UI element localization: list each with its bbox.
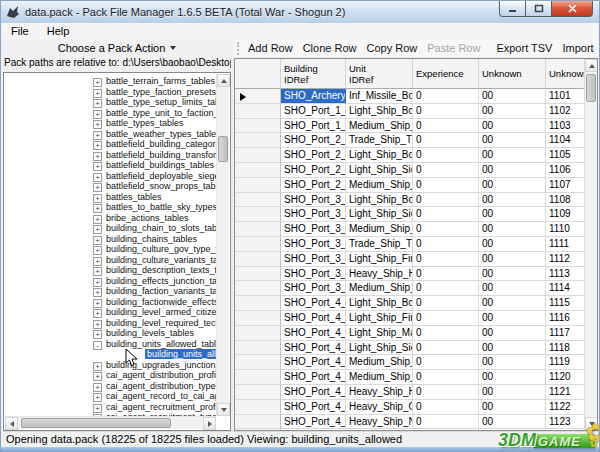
maximize-button[interactable] bbox=[526, 1, 552, 17]
expand-icon[interactable]: + bbox=[93, 393, 102, 402]
scroll-left-button[interactable] bbox=[5, 417, 18, 430]
table-cell[interactable]: 1123 bbox=[546, 415, 584, 430]
tree-item[interactable]: +building_description_texts_tables bbox=[5, 265, 216, 276]
table-row[interactable]: SHO_Port_4_Dry...Heavy_Ship_Nih...000112… bbox=[235, 415, 584, 430]
table-cell[interactable]: SHO_Port_4_Dry... bbox=[281, 385, 346, 400]
grid-scroll-up-button[interactable] bbox=[585, 59, 598, 72]
table-cell[interactable]: Light_Ship_Siege... bbox=[346, 207, 413, 222]
table-row[interactable]: SHO_Port_2_Tra...Medium_Ship_M...0001107 bbox=[235, 178, 584, 193]
table-cell[interactable]: SHO_Port_4_Dry... bbox=[281, 311, 346, 326]
table-cell[interactable]: Medium_Ship_Se... bbox=[346, 281, 413, 296]
table-cell[interactable]: SHO_Port_4_Dry... bbox=[281, 370, 346, 385]
table-cell[interactable]: 00 bbox=[479, 311, 546, 326]
table-cell[interactable]: Light_Ship_Matc... bbox=[346, 326, 413, 341]
table-cell[interactable]: 00 bbox=[479, 385, 546, 400]
table-cell[interactable]: 1115 bbox=[546, 296, 584, 311]
table-row[interactable]: SHO_Port_3_Mili...Trade_Ship_Trad...0001… bbox=[235, 237, 584, 252]
table-cell[interactable]: Medium_Ship_M... bbox=[346, 222, 413, 237]
column-header-unit-idref[interactable]: Unit IDRef bbox=[346, 59, 413, 89]
table-cell[interactable]: SHO_Port_2_Tra... bbox=[281, 133, 346, 148]
table-cell[interactable]: SHO_Port_3_Mili... bbox=[281, 267, 346, 282]
table-cell[interactable]: Inf_Missile_Bow_... bbox=[346, 89, 413, 104]
table-cell[interactable]: Medium_Ship_M... bbox=[346, 119, 413, 134]
table-cell[interactable]: 1109 bbox=[546, 207, 584, 222]
expand-icon[interactable]: + bbox=[93, 225, 102, 234]
table-cell[interactable]: 00 bbox=[479, 326, 546, 341]
table-cell[interactable]: SHO_Archery_1_ bbox=[281, 89, 346, 104]
table-cell[interactable]: 00 bbox=[479, 148, 546, 163]
tree-item[interactable]: +battle_weather_types_tables bbox=[5, 129, 216, 140]
table-cell[interactable]: 0 bbox=[413, 207, 479, 222]
row-header-cell[interactable] bbox=[235, 326, 281, 341]
table-cell[interactable]: SHO_Port_3_Mili... bbox=[281, 281, 346, 296]
table-cell[interactable]: 1117 bbox=[546, 326, 584, 341]
table-cell[interactable]: 1106 bbox=[546, 163, 584, 178]
tree-item[interactable]: +cai_agent_distribution_types_tables bbox=[5, 381, 216, 392]
tree-item[interactable]: +building_effects_junction_tables bbox=[5, 276, 216, 287]
table-cell[interactable]: 00 bbox=[479, 207, 546, 222]
tree-item[interactable]: +battle_type_faction_presets_tables bbox=[5, 87, 216, 98]
expand-icon[interactable]: + bbox=[93, 309, 102, 318]
table-row[interactable]: SHO_Port_3_Mili...Heavy_Ship_He...000111… bbox=[235, 267, 584, 282]
table-row[interactable]: SHO_Port_4_Dry...Heavy_Ship_O_...0001122 bbox=[235, 400, 584, 415]
table-cell[interactable]: 00 bbox=[479, 370, 546, 385]
table-cell[interactable]: 00 bbox=[479, 89, 546, 104]
minimize-button[interactable] bbox=[499, 1, 526, 17]
expand-icon[interactable]: + bbox=[93, 372, 102, 381]
row-header-cell[interactable] bbox=[235, 119, 281, 134]
table-cell[interactable]: Light_Ship_Fire_... bbox=[346, 311, 413, 326]
scroll-up-button[interactable] bbox=[217, 74, 230, 87]
table-cell[interactable]: Heavy_Ship_He... bbox=[346, 267, 413, 282]
add-row-button[interactable]: Add Row bbox=[243, 42, 298, 54]
table-cell[interactable]: 00 bbox=[479, 296, 546, 311]
tree-item[interactable]: +building_culture_variants_tables bbox=[5, 255, 216, 266]
close-button[interactable] bbox=[552, 1, 593, 17]
table-cell[interactable]: 00 bbox=[479, 222, 546, 237]
table-cell[interactable]: SHO_Port_3_Mili... bbox=[281, 207, 346, 222]
tree-vertical-scrollbar[interactable] bbox=[216, 74, 229, 416]
table-cell[interactable]: 00 bbox=[479, 341, 546, 356]
table-row[interactable]: SHO_Port_4_Dry...Medium_Ship_M...0001119 bbox=[235, 355, 584, 370]
table-row[interactable]: SHO_Archery_1_Inf_Missile_Bow_...0001101 bbox=[235, 89, 584, 104]
table-cell[interactable]: 00 bbox=[479, 163, 546, 178]
table-cell[interactable]: SHO_Port_2_Tra... bbox=[281, 148, 346, 163]
table-row[interactable]: SHO_Port_4_Dry...Light_Ship_Matc...00011… bbox=[235, 326, 584, 341]
title-bar[interactable]: data.pack - Pack File Manager 1.6.5 BETA… bbox=[1, 1, 599, 23]
table-cell[interactable]: Medium_Ship_M... bbox=[346, 355, 413, 370]
table-cell[interactable]: 1110 bbox=[546, 222, 584, 237]
table-cell[interactable]: SHO_Port_3_Mili... bbox=[281, 237, 346, 252]
table-cell[interactable]: 1119 bbox=[546, 355, 584, 370]
table-row[interactable]: SHO_Port_4_Dry...Light_Ship_Siege...0001… bbox=[235, 341, 584, 356]
expand-icon[interactable]: + bbox=[93, 246, 102, 255]
table-row[interactable]: SHO_Port_3_Mili...Light_Ship_Fire_...000… bbox=[235, 252, 584, 267]
table-cell[interactable]: 0 bbox=[413, 281, 479, 296]
table-cell[interactable]: 0 bbox=[413, 193, 479, 208]
table-cell[interactable]: SHO_Port_2_Tra... bbox=[281, 178, 346, 193]
table-cell[interactable]: 00 bbox=[479, 178, 546, 193]
tree-item[interactable]: +battlefield_building_transformations_ta… bbox=[5, 150, 216, 161]
row-header-cell[interactable] bbox=[235, 267, 281, 282]
table-cell[interactable]: 00 bbox=[479, 415, 546, 430]
table-row[interactable]: SHO_Port_2_Tra...Light_Ship_Bow_...00011… bbox=[235, 148, 584, 163]
tree-horizontal-scrollbar[interactable] bbox=[5, 416, 216, 429]
table-cell[interactable]: 0 bbox=[413, 311, 479, 326]
table-cell[interactable]: 00 bbox=[479, 281, 546, 296]
table-cell[interactable]: 0 bbox=[413, 400, 479, 415]
column-header-experience[interactable]: Experience bbox=[413, 59, 479, 89]
tree-item[interactable]: +battlefield_snow_props_tables bbox=[5, 181, 216, 192]
table-cell[interactable]: 1107 bbox=[546, 178, 584, 193]
table-cell[interactable]: SHO_Port_4_Dry... bbox=[281, 355, 346, 370]
table-cell[interactable]: SHO_Port_4_Dry... bbox=[281, 400, 346, 415]
table-cell[interactable]: 1111 bbox=[546, 237, 584, 252]
tree-item[interactable]: +building_levels_tables bbox=[5, 328, 216, 339]
tree-item[interactable]: +building_level_armed_citizenry_junction… bbox=[5, 307, 216, 318]
tree-item[interactable]: +building_culture_gov_type_variants_tabl… bbox=[5, 244, 216, 255]
tree-item[interactable]: +building_chain_to_slots_tables bbox=[5, 223, 216, 234]
table-cell[interactable]: 1122 bbox=[546, 400, 584, 415]
expand-icon[interactable]: + bbox=[93, 267, 102, 276]
table-row[interactable]: SHO_Port_3_Mili...Light_Ship_Bow_...0001… bbox=[235, 193, 584, 208]
table-cell[interactable]: 0 bbox=[413, 133, 479, 148]
grid-scrollbar-thumb[interactable] bbox=[586, 74, 596, 102]
column-header-unknown-2[interactable]: Unknown bbox=[546, 59, 584, 89]
table-cell[interactable]: 1118 bbox=[546, 341, 584, 356]
